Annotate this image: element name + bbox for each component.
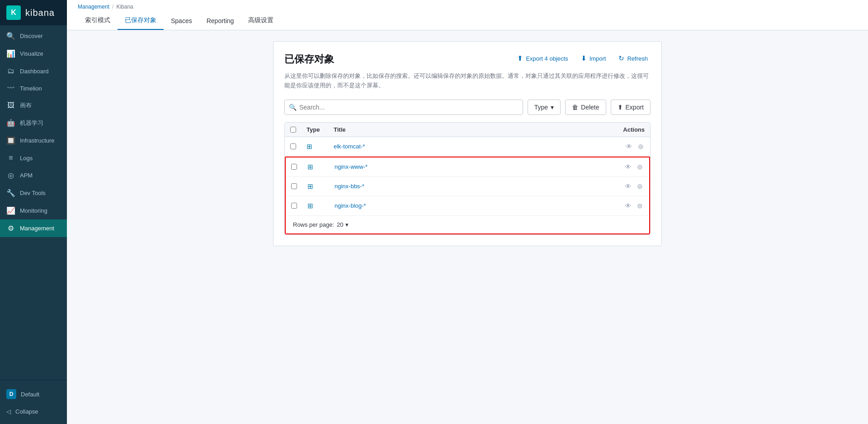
row-checkbox[interactable] [290,143,296,149]
import-button[interactable]: ⬇ Import [578,52,609,64]
rows-per-page-value: 20 [337,221,343,228]
nav-icon-canvas: 🖼 [6,101,15,110]
search-bar: 🔍 Type ▾ 🗑 Delete ⬆ Export [284,100,651,115]
refresh-icon: ↻ [618,54,624,62]
row-checkbox[interactable] [291,164,297,170]
relationships-icon[interactable]: ⊚ [636,201,644,211]
sidebar-item-discover[interactable]: 🔍 Discover [0,27,67,45]
table-row: ⊞ nginx-www-* 👁 ⊚ [286,157,649,177]
type-column-header: Type [307,126,334,133]
nav-label-discover: Discover [20,33,43,39]
row-checkbox[interactable] [291,183,297,189]
sidebar-item-apm[interactable]: ◎ APM [0,167,67,184]
inspect-icon[interactable]: 👁 [624,162,632,172]
nav-icon-devtools: 🔧 [6,189,15,197]
trash-icon: 🗑 [572,104,578,111]
relationships-icon[interactable]: ⊚ [636,181,644,191]
row-checkbox-cell[interactable] [291,203,307,209]
highlighted-section: ⊞ nginx-www-* 👁 ⊚ ⊞ nginx-bbs-* [285,157,650,234]
table-header: Type Title Actions [285,123,650,137]
relationships-icon[interactable]: ⊚ [637,142,645,152]
inspect-icon[interactable]: 👁 [624,181,632,191]
sidebar-item-logs[interactable]: ≡ Logs [0,149,67,167]
tab-index-patterns[interactable]: 索引模式 [78,12,118,30]
row-title[interactable]: nginx-www-* [335,163,599,170]
nav-label-timelion: Timelion [20,85,42,92]
sidebar-item-monitoring[interactable]: 📈 Monitoring [0,202,67,219]
nav-label-infrastructure: Infrastructure [20,137,55,144]
tab-spaces[interactable]: Spaces [164,13,199,30]
sidebar-item-devtools[interactable]: 🔧 Dev Tools [0,184,67,202]
row-checkbox-cell[interactable] [290,143,307,149]
type-icon: ⊞ [307,163,335,171]
logo-icon: K [6,5,21,20]
breadcrumb-parent[interactable]: Management [78,4,109,10]
row-title[interactable]: nginx-bbs-* [335,183,599,190]
nav-icon-apm: ◎ [6,171,15,180]
row-actions: 👁 ⊚ [599,142,645,152]
page-header: 已保存对象 ⬆ Export 4 objects ⬇ Import ↻ Refr… [284,52,651,66]
type-label: Type [534,104,548,111]
rows-chevron-icon: ▾ [345,221,349,228]
actions-column-header: Actions [599,126,645,133]
sidebar-item-visualize[interactable]: 📊 Visualize [0,45,67,62]
sidebar-nav: 🔍 Discover📊 Visualize🗂 Dashboard〰 Timeli… [0,25,67,380]
refresh-button[interactable]: ↻ Refresh [616,52,651,64]
export-btn-icon: ⬆ [618,104,623,111]
tab-reporting[interactable]: Reporting [199,13,241,30]
relationships-icon[interactable]: ⊚ [636,162,644,172]
nav-label-dashboard: Dashboard [20,68,49,75]
sidebar-item-infrastructure[interactable]: 🔲 Infrastructure [0,132,67,149]
row-title[interactable]: elk-tomcat-* [334,143,599,150]
row-checkbox-cell[interactable] [291,183,307,189]
sidebar-bottom: D Default ◁ Collapse [0,380,67,424]
collapse-icon: ◁ [6,408,11,415]
workspace-item[interactable]: D Default [0,385,67,404]
type-filter-button[interactable]: Type ▾ [528,100,561,115]
header-checkbox-cell[interactable] [290,127,307,133]
row-actions: 👁 ⊚ [599,201,644,211]
row-checkbox[interactable] [291,203,297,209]
sidebar-item-ml[interactable]: 🤖 机器学习 [0,114,67,132]
rows-per-page-selector[interactable]: 20 ▾ [337,221,348,228]
nav-label-ml: 机器学习 [20,119,43,127]
export-button[interactable]: ⬆ Export [611,100,651,115]
nav-icon-monitoring: 📈 [6,206,15,215]
sidebar-item-management[interactable]: ⚙ Management [0,219,67,237]
chevron-down-icon: ▾ [551,104,554,111]
sidebar-item-canvas[interactable]: 🖼 画布 [0,97,67,114]
sidebar-item-dashboard[interactable]: 🗂 Dashboard [0,62,67,80]
page-content: 已保存对象 ⬆ Export 4 objects ⬇ Import ↻ Refr… [67,30,868,424]
page-description: 从这里你可以删除保存的对象，比如保存的搜索。还可以编辑保存的对象的原始数据。通常… [284,71,651,91]
nav-label-visualize: Visualize [20,50,43,57]
nav-icon-management: ⚙ [6,224,15,233]
sidebar-item-timelion[interactable]: 〰 Timelion [0,80,67,97]
row-checkbox-cell[interactable] [291,164,307,170]
tab-saved-objects[interactable]: 已保存对象 [118,12,164,30]
export-label: Export 4 objects [526,55,568,62]
page-title: 已保存对象 [284,52,334,66]
nav-icon-ml: 🤖 [6,119,15,127]
export-objects-button[interactable]: ⬆ Export 4 objects [514,52,571,64]
row-actions: 👁 ⊚ [599,162,644,172]
tabs: 索引模式已保存对象SpacesReporting高级设置 [78,12,857,30]
nav-label-monitoring: Monitoring [20,207,47,214]
header-actions: ⬆ Export 4 objects ⬇ Import ↻ Refresh [514,52,651,64]
import-label: Import [590,55,606,62]
search-input[interactable] [284,100,523,115]
delete-button[interactable]: 🗑 Delete [565,100,606,115]
inspect-icon[interactable]: 👁 [625,142,633,152]
nav-label-logs: Logs [20,155,33,162]
export-icon: ⬆ [517,54,523,62]
table-row: ⊞ nginx-blog-* 👁 ⊚ [286,196,649,215]
tab-advanced[interactable]: 高级设置 [241,12,281,30]
import-icon: ⬇ [581,54,587,62]
inspect-icon[interactable]: 👁 [624,201,632,211]
collapse-item[interactable]: ◁ Collapse [0,404,67,419]
select-all-checkbox[interactable] [290,127,296,133]
row-title[interactable]: nginx-blog-* [335,202,599,209]
nav-icon-timelion: 〰 [6,84,15,92]
refresh-label: Refresh [627,55,648,62]
top-nav: Management / Kibana 索引模式已保存对象SpacesRepor… [67,0,868,30]
nav-icon-visualize: 📊 [6,49,15,58]
